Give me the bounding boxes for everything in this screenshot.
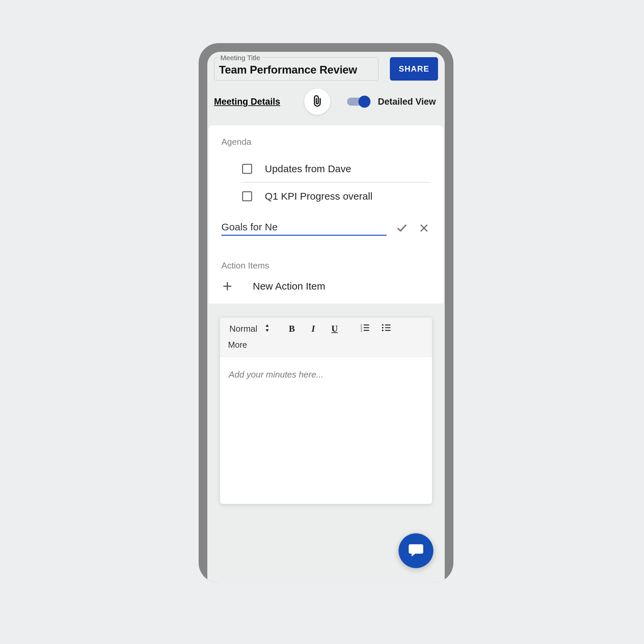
- svg-marker-4: [265, 324, 269, 327]
- editor-body[interactable]: Add your minutes here...: [220, 357, 432, 504]
- meeting-details-link[interactable]: Meeting Details: [214, 97, 280, 107]
- attachment-icon: [312, 94, 323, 109]
- page-root: Meeting Title Team Performance Review SH…: [0, 0, 644, 644]
- action-items-heading: Action Items: [221, 260, 431, 271]
- device-screen: Meeting Title Team Performance Review SH…: [207, 52, 445, 583]
- agenda-new-item-value: Goals for Ne: [221, 221, 278, 232]
- chat-fab[interactable]: [399, 533, 433, 568]
- plus-icon: [221, 280, 233, 292]
- underline-icon: U: [331, 324, 338, 334]
- agenda-new-item-input[interactable]: Goals for Ne: [221, 221, 387, 236]
- agenda-item-label: Q1 KPI Progress overall: [265, 191, 372, 202]
- unordered-list-icon: [382, 324, 391, 334]
- format-select[interactable]: Normal: [227, 322, 272, 335]
- meeting-title-value: Team Performance Review: [219, 64, 373, 76]
- svg-point-13: [382, 327, 384, 329]
- agenda-item: Q1 KPI Progress overall: [242, 183, 431, 209]
- svg-text:3: 3: [360, 329, 362, 332]
- toolbar-more-button[interactable]: More: [227, 338, 248, 352]
- minutes-editor: Normal B I U: [220, 318, 432, 504]
- checkmark-icon: [396, 222, 408, 235]
- action-items-section: Action Items New Action Item: [221, 260, 431, 292]
- agenda-cancel-button[interactable]: [417, 222, 431, 235]
- header-sub-row: Meeting Details Detailed View: [214, 89, 438, 115]
- ordered-list-button[interactable]: 1 2 3: [358, 323, 371, 335]
- agenda-heading: Agenda: [221, 137, 431, 147]
- svg-point-14: [382, 330, 384, 331]
- italic-button[interactable]: I: [307, 323, 320, 335]
- italic-icon: I: [312, 324, 315, 334]
- meeting-title-label: Meeting Title: [218, 54, 262, 62]
- main-card: Agenda Updates from Dave Q1 KPI Progress…: [209, 125, 443, 304]
- ordered-list-icon: 1 2 3: [360, 324, 369, 334]
- agenda-item-checkbox[interactable]: [242, 191, 252, 201]
- agenda-list: Updates from Dave Q1 KPI Progress overal…: [221, 156, 431, 209]
- editor-placeholder: Add your minutes here...: [229, 369, 323, 380]
- format-select-label: Normal: [229, 324, 257, 334]
- underline-button[interactable]: U: [328, 323, 341, 335]
- agenda-item-checkbox[interactable]: [242, 164, 252, 174]
- header: Meeting Title Team Performance Review SH…: [207, 52, 445, 125]
- agenda-confirm-button[interactable]: [395, 222, 409, 235]
- agenda-item-label: Updates from Dave: [265, 163, 351, 175]
- bold-button[interactable]: B: [286, 323, 298, 335]
- title-row: Meeting Title Team Performance Review SH…: [214, 57, 438, 81]
- select-updown-icon: [265, 324, 270, 334]
- svg-marker-5: [265, 329, 269, 332]
- detailed-view-toggle[interactable]: [347, 96, 369, 108]
- unordered-list-button[interactable]: [380, 323, 393, 335]
- add-action-item-label: New Action Item: [253, 281, 325, 292]
- bold-icon: B: [289, 324, 295, 334]
- share-button[interactable]: SHARE: [390, 57, 438, 81]
- attach-button[interactable]: [304, 89, 330, 115]
- device-frame: Meeting Title Team Performance Review SH…: [199, 43, 453, 583]
- meeting-title-field[interactable]: Meeting Title Team Performance Review: [214, 57, 379, 81]
- close-icon: [419, 223, 429, 234]
- chat-icon: [407, 541, 425, 560]
- add-action-item-button[interactable]: New Action Item: [221, 280, 431, 292]
- agenda-new-item-row: Goals for Ne: [221, 221, 431, 236]
- agenda-item: Updates from Dave: [242, 156, 431, 183]
- editor-toolbar: Normal B I U: [220, 318, 432, 357]
- detailed-view-label[interactable]: Detailed View: [378, 97, 436, 107]
- svg-point-12: [382, 324, 384, 326]
